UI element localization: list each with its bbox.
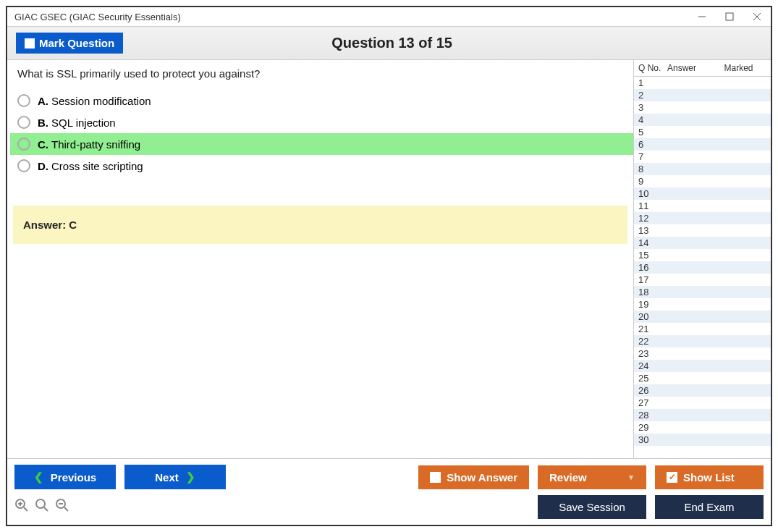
list-row[interactable]: 15	[634, 249, 771, 261]
list-row[interactable]: 13	[634, 224, 771, 237]
list-row[interactable]: 11	[634, 200, 771, 212]
radio-icon[interactable]	[17, 116, 30, 129]
checkbox-checked-icon: ✓	[667, 472, 677, 483]
list-header: Q No. Answer Marked	[634, 60, 771, 77]
svg-line-9	[44, 507, 48, 511]
question-panel: What is SSL primarily used to protect yo…	[7, 60, 633, 458]
list-row[interactable]: 24	[634, 360, 771, 372]
options-list: A.Session modificationB.SQL injectionC.T…	[10, 90, 633, 177]
svg-point-8	[36, 499, 45, 508]
option-label: B.SQL injection	[38, 117, 116, 129]
list-row[interactable]: 12	[634, 212, 771, 224]
option-row[interactable]: A.Session modification	[10, 90, 633, 111]
end-exam-button[interactable]: End Exam	[655, 495, 764, 519]
header-bar: Mark Question Question 13 of 15	[7, 27, 771, 60]
maximize-icon[interactable]	[723, 10, 736, 23]
question-counter: Question 13 of 15	[123, 35, 661, 51]
option-text: Third-patty sniffing	[51, 138, 140, 151]
list-row[interactable]: 16	[634, 261, 771, 274]
next-button[interactable]: Next ❯	[124, 465, 226, 489]
question-text: What is SSL primarily used to protect yo…	[10, 67, 633, 90]
list-row[interactable]: 8	[634, 163, 771, 175]
option-row[interactable]: B.SQL injection	[10, 111, 633, 133]
option-label: C.Third-patty sniffing	[38, 138, 140, 151]
zoom-out-icon[interactable]	[55, 498, 69, 516]
option-text: SQL injection	[51, 117, 116, 129]
footer-row-2: Save Session End Exam	[14, 495, 764, 519]
option-letter: B.	[38, 117, 48, 129]
close-icon[interactable]	[750, 10, 764, 23]
list-row[interactable]: 5	[634, 126, 771, 138]
option-row[interactable]: C.Third-patty sniffing	[10, 133, 633, 155]
list-row[interactable]: 1	[634, 77, 771, 89]
list-row[interactable]: 21	[634, 323, 771, 335]
show-answer-button[interactable]: Show Answer	[418, 465, 529, 489]
next-label: Next	[155, 471, 179, 484]
app-window: GIAC GSEC (GIAC Security Essentials) Mar…	[6, 6, 772, 526]
header-marked: Marked	[711, 63, 766, 73]
zoom-in-icon[interactable]	[14, 498, 29, 516]
svg-line-11	[64, 507, 68, 511]
list-row[interactable]: 19	[634, 298, 771, 311]
list-row[interactable]: 14	[634, 237, 771, 249]
list-row[interactable]: 4	[634, 114, 771, 126]
list-row[interactable]: 23	[634, 347, 771, 360]
option-label: D.Cross site scripting	[38, 160, 143, 172]
footer: ❮ Previous Next ❯ Show Answer Review ▼ ✓…	[7, 458, 771, 525]
radio-icon[interactable]	[17, 94, 30, 107]
show-answer-label: Show Answer	[447, 471, 517, 484]
list-row[interactable]: 10	[634, 187, 771, 200]
list-row[interactable]: 17	[634, 274, 771, 286]
window-title: GIAC GSEC (GIAC Security Essentials)	[14, 12, 695, 22]
list-row[interactable]: 2	[634, 89, 771, 101]
list-row[interactable]: 7	[634, 151, 771, 163]
minimize-icon[interactable]	[695, 10, 709, 23]
list-row[interactable]: 30	[634, 434, 771, 446]
list-row[interactable]: 29	[634, 421, 771, 434]
list-row[interactable]: 25	[634, 372, 771, 384]
checkbox-icon	[430, 472, 441, 483]
option-letter: A.	[38, 95, 48, 107]
option-label: A.Session modification	[38, 95, 151, 107]
option-text: Session modification	[51, 95, 151, 107]
review-label: Review	[549, 471, 587, 484]
content-area: What is SSL primarily used to protect yo…	[7, 60, 771, 458]
window-controls	[695, 10, 764, 23]
zoom-controls	[14, 498, 69, 516]
show-list-button[interactable]: ✓ Show List	[655, 465, 764, 489]
list-row[interactable]: 6	[634, 138, 771, 151]
titlebar: GIAC GSEC (GIAC Security Essentials)	[7, 7, 771, 27]
save-session-button[interactable]: Save Session	[538, 495, 646, 519]
list-row[interactable]: 9	[634, 175, 771, 187]
list-body[interactable]: 1234567891011121314151617181920212223242…	[634, 77, 771, 458]
show-list-label: Show List	[683, 471, 735, 484]
radio-icon[interactable]	[17, 159, 30, 172]
option-row[interactable]: D.Cross site scripting	[10, 155, 633, 177]
mark-question-label: Mark Question	[39, 37, 114, 49]
radio-icon[interactable]	[17, 138, 30, 151]
header-answer: Answer	[667, 63, 711, 73]
svg-line-5	[24, 507, 28, 511]
list-row[interactable]: 28	[634, 409, 771, 421]
list-row[interactable]: 27	[634, 397, 771, 409]
list-row[interactable]: 22	[634, 335, 771, 347]
footer-row-1: ❮ Previous Next ❯ Show Answer Review ▼ ✓…	[14, 465, 764, 489]
option-letter: C.	[38, 138, 48, 151]
review-button[interactable]: Review ▼	[538, 465, 646, 489]
option-letter: D.	[38, 160, 48, 172]
list-row[interactable]: 20	[634, 311, 771, 323]
dropdown-icon: ▼	[627, 473, 635, 481]
option-text: Cross site scripting	[51, 160, 143, 172]
list-row[interactable]: 18	[634, 286, 771, 298]
svg-rect-1	[726, 13, 733, 20]
chevron-left-icon: ❮	[34, 470, 43, 484]
answer-box: Answer: C	[13, 206, 627, 244]
previous-button[interactable]: ❮ Previous	[14, 465, 116, 489]
previous-label: Previous	[51, 471, 96, 484]
header-qno: Q No.	[638, 63, 667, 73]
list-row[interactable]: 3	[634, 101, 771, 114]
question-list-panel: Q No. Answer Marked 12345678910111213141…	[633, 60, 771, 458]
mark-question-button[interactable]: Mark Question	[16, 33, 123, 54]
list-row[interactable]: 26	[634, 384, 771, 397]
zoom-icon[interactable]	[35, 498, 49, 516]
